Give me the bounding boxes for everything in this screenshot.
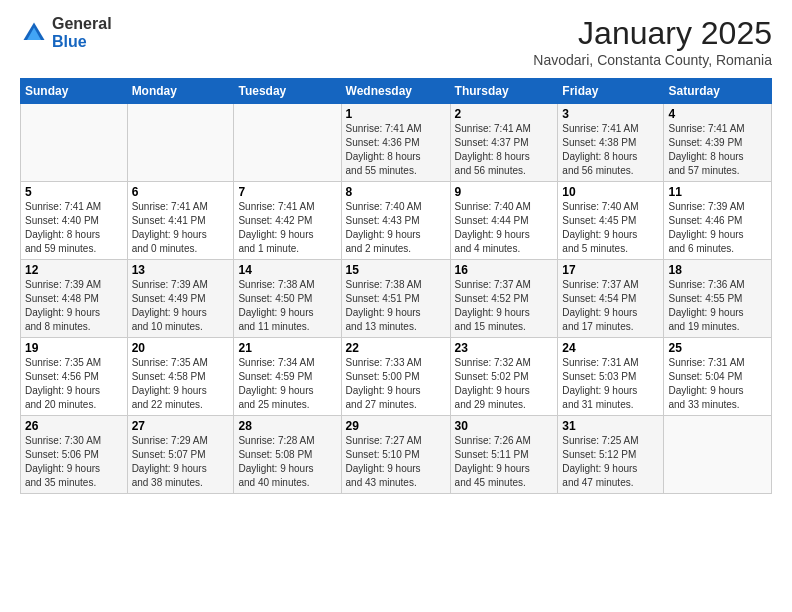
logo-blue-text: Blue (52, 33, 112, 51)
col-thursday: Thursday (450, 79, 558, 104)
table-row: 3Sunrise: 7:41 AM Sunset: 4:38 PM Daylig… (558, 104, 664, 182)
day-number: 2 (455, 107, 554, 121)
day-number: 6 (132, 185, 230, 199)
day-number: 16 (455, 263, 554, 277)
day-number: 31 (562, 419, 659, 433)
day-info: Sunrise: 7:37 AM Sunset: 4:52 PM Dayligh… (455, 278, 554, 334)
col-tuesday: Tuesday (234, 79, 341, 104)
calendar-week-row: 19Sunrise: 7:35 AM Sunset: 4:56 PM Dayli… (21, 338, 772, 416)
day-number: 25 (668, 341, 767, 355)
table-row: 6Sunrise: 7:41 AM Sunset: 4:41 PM Daylig… (127, 182, 234, 260)
col-wednesday: Wednesday (341, 79, 450, 104)
day-number: 30 (455, 419, 554, 433)
calendar-week-row: 5Sunrise: 7:41 AM Sunset: 4:40 PM Daylig… (21, 182, 772, 260)
logo: General Blue (20, 15, 112, 50)
day-number: 1 (346, 107, 446, 121)
table-row: 27Sunrise: 7:29 AM Sunset: 5:07 PM Dayli… (127, 416, 234, 494)
logo-icon (20, 19, 48, 47)
calendar-table: Sunday Monday Tuesday Wednesday Thursday… (20, 78, 772, 494)
day-info: Sunrise: 7:37 AM Sunset: 4:54 PM Dayligh… (562, 278, 659, 334)
day-info: Sunrise: 7:27 AM Sunset: 5:10 PM Dayligh… (346, 434, 446, 490)
table-row: 7Sunrise: 7:41 AM Sunset: 4:42 PM Daylig… (234, 182, 341, 260)
table-row: 22Sunrise: 7:33 AM Sunset: 5:00 PM Dayli… (341, 338, 450, 416)
day-info: Sunrise: 7:26 AM Sunset: 5:11 PM Dayligh… (455, 434, 554, 490)
location-subtitle: Navodari, Constanta County, Romania (533, 52, 772, 68)
day-number: 22 (346, 341, 446, 355)
day-info: Sunrise: 7:36 AM Sunset: 4:55 PM Dayligh… (668, 278, 767, 334)
day-info: Sunrise: 7:39 AM Sunset: 4:48 PM Dayligh… (25, 278, 123, 334)
table-row: 8Sunrise: 7:40 AM Sunset: 4:43 PM Daylig… (341, 182, 450, 260)
table-row: 21Sunrise: 7:34 AM Sunset: 4:59 PM Dayli… (234, 338, 341, 416)
day-info: Sunrise: 7:35 AM Sunset: 4:58 PM Dayligh… (132, 356, 230, 412)
day-info: Sunrise: 7:25 AM Sunset: 5:12 PM Dayligh… (562, 434, 659, 490)
title-block: January 2025 Navodari, Constanta County,… (533, 15, 772, 68)
day-info: Sunrise: 7:39 AM Sunset: 4:46 PM Dayligh… (668, 200, 767, 256)
day-number: 3 (562, 107, 659, 121)
day-number: 24 (562, 341, 659, 355)
day-info: Sunrise: 7:32 AM Sunset: 5:02 PM Dayligh… (455, 356, 554, 412)
day-number: 29 (346, 419, 446, 433)
calendar-week-row: 12Sunrise: 7:39 AM Sunset: 4:48 PM Dayli… (21, 260, 772, 338)
day-number: 8 (346, 185, 446, 199)
table-row: 23Sunrise: 7:32 AM Sunset: 5:02 PM Dayli… (450, 338, 558, 416)
calendar-header-row: Sunday Monday Tuesday Wednesday Thursday… (21, 79, 772, 104)
table-row: 15Sunrise: 7:38 AM Sunset: 4:51 PM Dayli… (341, 260, 450, 338)
day-info: Sunrise: 7:35 AM Sunset: 4:56 PM Dayligh… (25, 356, 123, 412)
day-number: 19 (25, 341, 123, 355)
table-row (127, 104, 234, 182)
col-monday: Monday (127, 79, 234, 104)
table-row: 11Sunrise: 7:39 AM Sunset: 4:46 PM Dayli… (664, 182, 772, 260)
table-row: 20Sunrise: 7:35 AM Sunset: 4:58 PM Dayli… (127, 338, 234, 416)
table-row: 30Sunrise: 7:26 AM Sunset: 5:11 PM Dayli… (450, 416, 558, 494)
table-row: 28Sunrise: 7:28 AM Sunset: 5:08 PM Dayli… (234, 416, 341, 494)
day-info: Sunrise: 7:40 AM Sunset: 4:43 PM Dayligh… (346, 200, 446, 256)
calendar-week-row: 1Sunrise: 7:41 AM Sunset: 4:36 PM Daylig… (21, 104, 772, 182)
table-row: 19Sunrise: 7:35 AM Sunset: 4:56 PM Dayli… (21, 338, 128, 416)
table-row: 9Sunrise: 7:40 AM Sunset: 4:44 PM Daylig… (450, 182, 558, 260)
table-row: 31Sunrise: 7:25 AM Sunset: 5:12 PM Dayli… (558, 416, 664, 494)
table-row: 18Sunrise: 7:36 AM Sunset: 4:55 PM Dayli… (664, 260, 772, 338)
day-info: Sunrise: 7:29 AM Sunset: 5:07 PM Dayligh… (132, 434, 230, 490)
table-row: 12Sunrise: 7:39 AM Sunset: 4:48 PM Dayli… (21, 260, 128, 338)
day-info: Sunrise: 7:41 AM Sunset: 4:40 PM Dayligh… (25, 200, 123, 256)
day-info: Sunrise: 7:28 AM Sunset: 5:08 PM Dayligh… (238, 434, 336, 490)
day-number: 21 (238, 341, 336, 355)
page: General Blue January 2025 Navodari, Cons… (0, 0, 792, 612)
day-info: Sunrise: 7:41 AM Sunset: 4:36 PM Dayligh… (346, 122, 446, 178)
col-sunday: Sunday (21, 79, 128, 104)
table-row: 2Sunrise: 7:41 AM Sunset: 4:37 PM Daylig… (450, 104, 558, 182)
day-number: 11 (668, 185, 767, 199)
day-number: 4 (668, 107, 767, 121)
col-saturday: Saturday (664, 79, 772, 104)
day-number: 20 (132, 341, 230, 355)
table-row: 4Sunrise: 7:41 AM Sunset: 4:39 PM Daylig… (664, 104, 772, 182)
day-info: Sunrise: 7:38 AM Sunset: 4:51 PM Dayligh… (346, 278, 446, 334)
day-number: 7 (238, 185, 336, 199)
day-info: Sunrise: 7:30 AM Sunset: 5:06 PM Dayligh… (25, 434, 123, 490)
logo-general-text: General (52, 15, 112, 33)
day-number: 12 (25, 263, 123, 277)
day-number: 10 (562, 185, 659, 199)
day-number: 27 (132, 419, 230, 433)
table-row (664, 416, 772, 494)
table-row (21, 104, 128, 182)
day-info: Sunrise: 7:41 AM Sunset: 4:39 PM Dayligh… (668, 122, 767, 178)
day-number: 5 (25, 185, 123, 199)
table-row: 1Sunrise: 7:41 AM Sunset: 4:36 PM Daylig… (341, 104, 450, 182)
day-number: 28 (238, 419, 336, 433)
day-number: 26 (25, 419, 123, 433)
col-friday: Friday (558, 79, 664, 104)
table-row: 5Sunrise: 7:41 AM Sunset: 4:40 PM Daylig… (21, 182, 128, 260)
day-info: Sunrise: 7:40 AM Sunset: 4:44 PM Dayligh… (455, 200, 554, 256)
day-number: 17 (562, 263, 659, 277)
table-row: 29Sunrise: 7:27 AM Sunset: 5:10 PM Dayli… (341, 416, 450, 494)
calendar-week-row: 26Sunrise: 7:30 AM Sunset: 5:06 PM Dayli… (21, 416, 772, 494)
day-number: 23 (455, 341, 554, 355)
table-row: 14Sunrise: 7:38 AM Sunset: 4:50 PM Dayli… (234, 260, 341, 338)
table-row: 16Sunrise: 7:37 AM Sunset: 4:52 PM Dayli… (450, 260, 558, 338)
header: General Blue January 2025 Navodari, Cons… (20, 15, 772, 68)
day-info: Sunrise: 7:41 AM Sunset: 4:37 PM Dayligh… (455, 122, 554, 178)
day-number: 13 (132, 263, 230, 277)
day-info: Sunrise: 7:41 AM Sunset: 4:38 PM Dayligh… (562, 122, 659, 178)
day-info: Sunrise: 7:39 AM Sunset: 4:49 PM Dayligh… (132, 278, 230, 334)
